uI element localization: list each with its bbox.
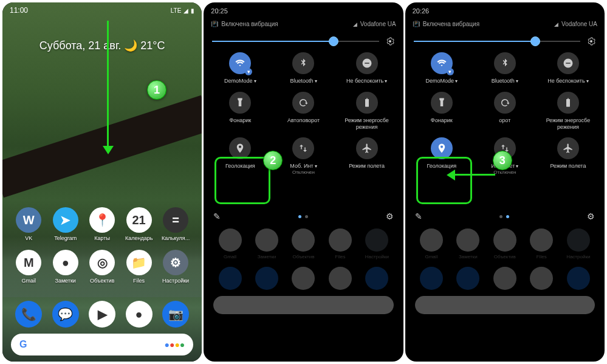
- app-Telegram[interactable]: ➤Telegram: [49, 207, 81, 241]
- app-Files[interactable]: Files: [525, 228, 558, 259]
- signal-icon: ◢: [554, 21, 558, 27]
- qs-statusbar: 20:25: [204, 2, 403, 17]
- dnd-icon: [356, 52, 378, 74]
- app-Карты[interactable]: 📍Карты: [86, 207, 118, 241]
- qs-tile-bluetooth[interactable]: Bluetooth▾: [473, 52, 537, 84]
- settings-icon[interactable]: ⚙: [587, 211, 595, 221]
- qs-footer: ✎ ⚙: [405, 211, 605, 221]
- phone-panel-2: 20:25 📳 Включена вибрация ◢ Vodafone UA …: [204, 2, 403, 362]
- qs-tile-airplane[interactable]: Режим полета: [537, 137, 600, 175]
- app-icon: [456, 228, 479, 252]
- app-icon: [255, 228, 278, 252]
- app-label: Gmail: [224, 254, 236, 259]
- dimmed-home-background: GmailЗаметкиОбъективFilesНастройки: [405, 228, 605, 362]
- app-Gmail[interactable]: MGmail: [12, 250, 45, 284]
- qs-tile-wifi[interactable]: ▾DemoMode▾: [410, 52, 473, 84]
- qs-tile-flashlight[interactable]: Фонарик: [208, 92, 272, 131]
- app-icon: ➤: [53, 207, 78, 233]
- qs-tile-airplane[interactable]: Режим полета: [335, 137, 399, 175]
- qs-tile-label: Не беспокоить▾: [547, 78, 588, 84]
- qs-tile-label: Bluetooth▾: [492, 78, 518, 84]
- qs-tile-autorotate[interactable]: Автоповорот: [272, 92, 335, 131]
- app-label: VK: [25, 235, 32, 241]
- app-Объектив[interactable]: ◎Объектив: [86, 250, 118, 284]
- qs-tile-dnd[interactable]: Не беспокоить▾: [335, 52, 399, 84]
- app-Gmail[interactable]: Gmail: [415, 228, 448, 259]
- qs-tile-bluetooth[interactable]: Bluetooth▾: [272, 52, 335, 84]
- dock-app[interactable]: ●: [122, 301, 155, 328]
- dock-app[interactable]: 💬: [49, 301, 81, 328]
- step-badge-3: 3: [493, 151, 512, 170]
- app-label: Files: [133, 278, 145, 284]
- edit-tiles-icon[interactable]: ✎: [213, 211, 221, 221]
- wifi-icon: ▾: [431, 52, 453, 74]
- airplane-icon: [356, 137, 378, 159]
- google-logo-icon: G: [19, 339, 27, 350]
- app-Заметки[interactable]: Заметки: [250, 228, 283, 259]
- google-search-bar[interactable]: G ●●●●: [11, 334, 193, 355]
- app-label: Настройки: [365, 254, 389, 259]
- app-Files[interactable]: 📁Files: [122, 250, 155, 284]
- app-label: Объектив: [90, 278, 114, 284]
- page-indicator: [499, 215, 509, 218]
- dnd-icon: [557, 52, 579, 74]
- signal-icon: ◢: [183, 7, 188, 14]
- brightness-slider[interactable]: [212, 36, 394, 46]
- qs-tile-wifi[interactable]: ▾DemoMode▾: [208, 52, 272, 84]
- app-VK[interactable]: WVK: [12, 207, 45, 241]
- qs-tile-dnd[interactable]: Не беспокоить▾: [537, 52, 600, 84]
- dock-app[interactable]: 📞: [12, 301, 45, 328]
- dock-app[interactable]: 📷: [159, 301, 192, 328]
- app-label: Заметки: [459, 254, 478, 259]
- app-Gmail[interactable]: Gmail: [213, 228, 246, 259]
- app-Калькуля...[interactable]: =Калькуля...: [159, 207, 192, 241]
- app-Заметки[interactable]: Заметки: [451, 228, 484, 259]
- phone-panel-3: 20:26 📳 Включена вибрация ◢ Vodafone UA …: [405, 2, 605, 362]
- settings-icon[interactable]: ⚙: [386, 211, 394, 221]
- edit-tiles-icon[interactable]: ✎: [415, 211, 422, 221]
- qs-time: 20:26: [413, 7, 430, 15]
- dock-app[interactable]: ▶: [86, 301, 118, 328]
- qs-tile-flashlight[interactable]: Фонарик: [410, 92, 473, 131]
- qs-tile-label: Не беспокоить▾: [346, 78, 387, 84]
- qs-tile-autorotate[interactable]: орот: [473, 92, 537, 131]
- app-Объектив[interactable]: Объектив: [287, 228, 320, 259]
- flashlight-icon: [431, 92, 453, 114]
- assistant-icon[interactable]: ●●●●: [164, 340, 185, 349]
- app-icon: [530, 228, 553, 252]
- flashlight-icon: [229, 92, 251, 114]
- airplane-icon: [557, 137, 579, 159]
- qs-tile-battery[interactable]: Режим энергосбе режения: [335, 92, 399, 131]
- highlight-location-off: [214, 157, 270, 204]
- app-label: Календарь: [125, 235, 153, 241]
- brightness-settings-icon[interactable]: [385, 36, 395, 46]
- qs-tile-label: Режим полета: [550, 163, 586, 170]
- vibration-text: Включена вибрация: [221, 21, 278, 27]
- app-label: Gmail: [425, 254, 437, 259]
- qs-time: 20:25: [211, 7, 228, 15]
- app-Заметки[interactable]: ●Заметки: [49, 250, 81, 284]
- qs-tile-label: Моб. Инт▾Отключен: [290, 163, 317, 175]
- weather-widget[interactable]: Суббота, 21 авг. 🌙 21°C: [2, 39, 202, 52]
- brightness-settings-icon[interactable]: [586, 36, 596, 46]
- app-label: Настройки: [162, 278, 189, 284]
- app-icon: [493, 228, 516, 252]
- app-Настройки[interactable]: Настройки: [360, 228, 393, 259]
- battery-icon: [356, 92, 378, 114]
- app-Настройки[interactable]: ⚙Настройки: [159, 250, 192, 284]
- app-Настройки[interactable]: Настройки: [562, 228, 595, 259]
- qs-tile-label: Автоповорот: [287, 117, 320, 124]
- autorotate-icon: [292, 92, 314, 114]
- app-label: Files: [537, 254, 547, 259]
- app-Files[interactable]: Files: [324, 228, 357, 259]
- app-icon: ◎: [89, 250, 115, 275]
- home-apps: WVK➤Telegram📍Карты21Календарь=Калькуля..…: [2, 207, 202, 284]
- app-Календарь[interactable]: 21Календарь: [122, 207, 155, 241]
- app-icon: [329, 228, 352, 252]
- qs-tile-battery[interactable]: Режим энергосбе режения: [537, 92, 600, 131]
- app-icon: =: [163, 207, 188, 233]
- app-Объектив[interactable]: Объектив: [489, 228, 521, 259]
- dimmed-search-bar: [213, 296, 393, 314]
- carrier-label: Vodafone UA: [360, 21, 396, 27]
- brightness-slider[interactable]: [414, 36, 596, 46]
